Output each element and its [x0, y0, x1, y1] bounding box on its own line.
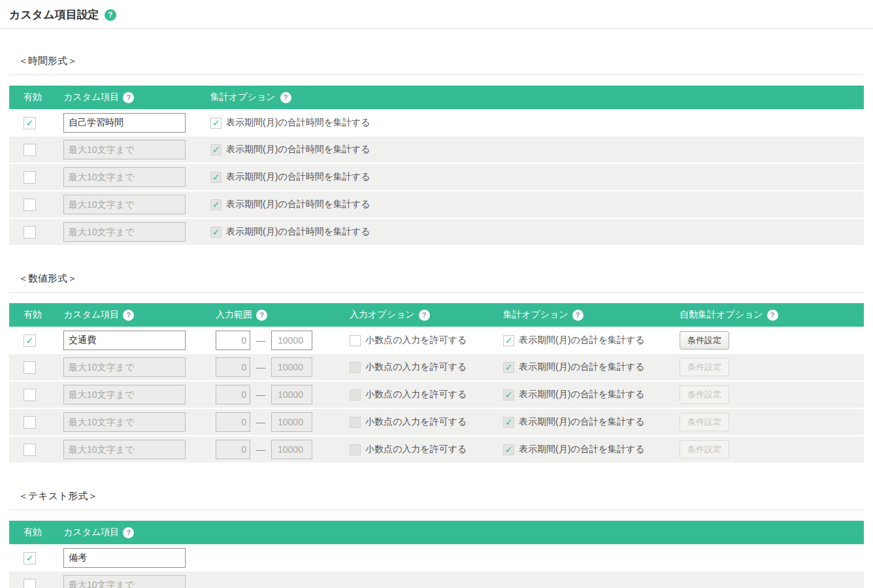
- time-sum-checkbox[interactable]: [210, 118, 222, 129]
- column-header-sum-option: 集計オプション: [210, 91, 864, 103]
- text-table-header: 有効 カスタム項目: [9, 521, 864, 544]
- help-icon[interactable]: [767, 310, 778, 321]
- decimal-checkbox[interactable]: [350, 335, 361, 346]
- section-heading-text: ＜テキスト形式＞: [9, 486, 864, 510]
- column-header-custom-item: カスタム項目: [63, 91, 210, 103]
- text-table-body: [9, 544, 864, 588]
- page-title-bar: カスタム項目設定: [0, 0, 873, 29]
- range-separator: —: [256, 362, 265, 372]
- range-max-input: [271, 357, 312, 377]
- table-row: 表示期間(月)の合計時間を集計する: [9, 137, 864, 164]
- numeric-format-table: 有効 カスタム項目 入力範囲 入力オプション 集計オプション: [9, 303, 864, 464]
- table-row: — 小数点の入力を許可する 表示期間(月)の合計を集計する 条件設定: [9, 354, 864, 382]
- table-row: 表示期間(月)の合計時間を集計する: [9, 109, 864, 137]
- enable-checkbox[interactable]: [24, 226, 36, 238]
- custom-item-input: [63, 412, 186, 432]
- help-icon[interactable]: [123, 92, 134, 103]
- enable-checkbox[interactable]: [24, 444, 36, 456]
- enable-checkbox[interactable]: [24, 416, 36, 429]
- range-max-input: [271, 440, 312, 459]
- table-row: 表示期間(月)の合計時間を集計する: [9, 219, 864, 246]
- decimal-checkbox: [350, 417, 361, 428]
- help-icon[interactable]: [419, 310, 430, 321]
- range-max-input: [271, 385, 312, 404]
- numeric-table-body: — 小数点の入力を許可する 表示期間(月)の合計を集計する 条件設定: [9, 327, 864, 464]
- custom-item-input[interactable]: [63, 113, 186, 133]
- enable-checkbox[interactable]: [24, 361, 36, 374]
- table-row: — 小数点の入力を許可する 表示期間(月)の合計を集計する 条件設定: [9, 436, 864, 464]
- time-sum-checkbox: [210, 199, 222, 210]
- time-table-body: 表示期間(月)の合計時間を集計する 表示期間(月)の合計時間を集計する: [9, 109, 864, 246]
- numeric-sum-checkbox: [503, 444, 514, 455]
- table-row: — 小数点の入力を許可する 表示期間(月)の合計を集計する 条件設定: [9, 382, 864, 409]
- help-icon[interactable]: [256, 310, 267, 321]
- range-max-input: [271, 412, 312, 432]
- condition-settings-button: 条件設定: [680, 358, 729, 376]
- column-header-custom-item: カスタム項目: [63, 527, 210, 538]
- time-sum-checkbox: [210, 144, 222, 155]
- enable-checkbox[interactable]: [24, 171, 36, 184]
- range-separator: —: [256, 417, 265, 427]
- help-icon[interactable]: [123, 310, 134, 321]
- column-header-auto-sum-option: 自動集計オプション: [680, 309, 864, 321]
- numeric-sum-checkbox[interactable]: [503, 335, 514, 346]
- range-min-input: [216, 385, 250, 404]
- table-row: — 小数点の入力を許可する 表示期間(月)の合計を集計する 条件設定: [9, 327, 864, 354]
- enable-checkbox[interactable]: [24, 117, 36, 129]
- numeric-sum-checkbox: [503, 389, 514, 400]
- enable-checkbox[interactable]: [24, 389, 36, 401]
- column-header-enabled: 有効: [9, 309, 63, 321]
- help-icon[interactable]: [572, 310, 584, 321]
- column-header-custom-item: カスタム項目: [63, 309, 216, 321]
- column-header-input-option: 入力オプション: [350, 309, 503, 321]
- time-sum-checkbox: [210, 227, 222, 238]
- enable-checkbox[interactable]: [24, 552, 36, 564]
- condition-settings-button: 条件設定: [680, 413, 729, 431]
- help-icon[interactable]: [123, 527, 134, 538]
- time-format-table: 有効 カスタム項目 集計オプション 表示期間(月)の合計時間を集計する: [9, 86, 864, 246]
- section-heading-time: ＜時間形式＞: [9, 51, 864, 75]
- numeric-table-header: 有効 カスタム項目 入力範囲 入力オプション 集計オプション: [9, 303, 864, 327]
- table-row: [9, 572, 864, 588]
- table-row: [9, 544, 864, 572]
- decimal-checkbox: [350, 389, 361, 400]
- enable-checkbox[interactable]: [24, 199, 36, 211]
- text-format-table: 有効 カスタム項目: [9, 521, 864, 588]
- condition-settings-button: 条件設定: [680, 440, 729, 459]
- table-row: 表示期間(月)の合計時間を集計する: [9, 164, 864, 191]
- custom-item-input: [63, 385, 186, 404]
- range-min-input: [216, 357, 250, 377]
- table-row: 表示期間(月)の合計時間を集計する: [9, 191, 864, 219]
- range-separator: —: [256, 389, 265, 400]
- custom-item-input: [63, 440, 186, 459]
- range-min-input: [216, 440, 250, 459]
- column-header-input-range: 入力範囲: [216, 309, 350, 321]
- custom-item-input[interactable]: [63, 331, 186, 350]
- numeric-sum-checkbox: [503, 417, 514, 428]
- custom-item-input: [63, 195, 186, 214]
- range-min-input: [216, 412, 250, 432]
- decimal-checkbox: [350, 362, 361, 373]
- range-separator: —: [256, 335, 265, 346]
- enable-checkbox[interactable]: [24, 335, 36, 347]
- help-icon[interactable]: [105, 9, 116, 21]
- range-separator: —: [256, 444, 265, 455]
- numeric-sum-checkbox: [503, 362, 514, 373]
- custom-item-input[interactable]: [63, 548, 186, 568]
- condition-settings-button[interactable]: 条件設定: [680, 331, 729, 350]
- custom-item-input: [63, 222, 186, 242]
- custom-item-input: [63, 140, 186, 159]
- page-title: カスタム項目設定: [9, 7, 99, 22]
- settings-content: ＜時間形式＞ 有効 カスタム項目 集計オプション: [0, 51, 873, 588]
- range-max-input[interactable]: [271, 331, 312, 350]
- table-row: — 小数点の入力を許可する 表示期間(月)の合計を集計する 条件設定: [9, 409, 864, 436]
- enable-checkbox[interactable]: [24, 579, 36, 588]
- column-header-enabled: 有効: [9, 91, 63, 103]
- column-header-sum-option: 集計オプション: [503, 309, 680, 321]
- column-header-enabled: 有効: [9, 527, 63, 538]
- help-icon[interactable]: [280, 92, 291, 103]
- custom-item-input: [63, 575, 186, 588]
- time-table-header: 有効 カスタム項目 集計オプション: [9, 86, 864, 109]
- enable-checkbox[interactable]: [24, 144, 36, 156]
- range-min-input[interactable]: [216, 331, 250, 350]
